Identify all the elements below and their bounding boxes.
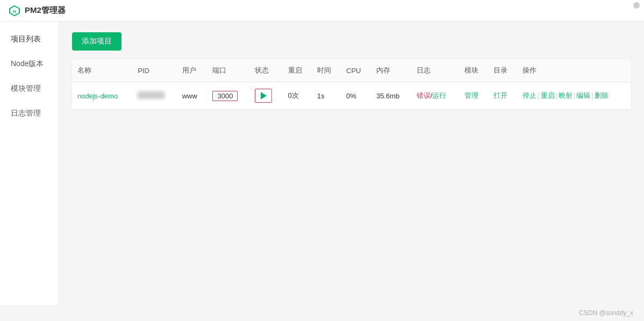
cell-user: www — [177, 82, 207, 110]
app-title: PM2管理器 — [25, 5, 66, 16]
action-edit-link[interactable]: 编辑 — [576, 91, 590, 99]
col-header-actions: 操作 — [517, 59, 631, 82]
cell-status — [249, 82, 282, 110]
action-sep-3: | — [574, 91, 575, 99]
cell-module: 管理 — [459, 82, 488, 110]
cell-cpu: 0% — [341, 82, 371, 110]
module-manage-link[interactable]: 管理 — [464, 91, 478, 99]
directory-open-link[interactable]: 打开 — [493, 91, 507, 99]
footer: CSDN @sunddy_x — [0, 305, 644, 321]
add-project-button[interactable]: 添加项目 — [72, 32, 121, 51]
action-map-link[interactable]: 映射 — [559, 91, 573, 99]
table-row: nodejs-demo www 3000 — [72, 82, 631, 110]
col-header-name: 名称 — [72, 59, 132, 82]
pm2-logo-icon: N — [9, 5, 20, 17]
action-delete-link[interactable]: 删除 — [595, 91, 609, 99]
status-play-button[interactable] — [255, 89, 272, 103]
cell-name: nodejs-demo — [72, 82, 132, 110]
log-error-status: 错误 — [417, 91, 431, 99]
col-header-log: 日志 — [411, 59, 459, 82]
cell-memory: 35.6mb — [371, 82, 411, 110]
sidebar-item-log-mgmt[interactable]: 日志管理 — [0, 101, 59, 126]
sidebar: 项目列表 Node版本 模块管理 日志管理 — [0, 22, 59, 305]
sidebar-item-module-mgmt[interactable]: 模块管理 — [0, 76, 59, 101]
main-content: 添加项目 名称 PID 用户 端口 状态 重启 时间 CPU 内存 日志 — [59, 22, 644, 305]
col-header-cpu: CPU — [341, 59, 371, 82]
col-header-memory: 内存 — [371, 59, 411, 82]
footer-text: CSDN @sunddy_x — [579, 309, 633, 317]
sidebar-item-project-list[interactable]: 项目列表 — [0, 27, 59, 52]
projects-table: 名称 PID 用户 端口 状态 重启 时间 CPU 内存 日志 模块 目录 操作 — [72, 59, 631, 109]
cell-port: 3000 — [207, 82, 249, 110]
col-header-user: 用户 — [177, 59, 207, 82]
cell-log: 错误/运行 — [411, 82, 459, 110]
project-name-link[interactable]: nodejs-demo — [77, 92, 118, 100]
watermark-dot — [633, 2, 640, 9]
log-run-status: 运行 — [432, 91, 446, 99]
col-header-status: 状态 — [249, 59, 282, 82]
play-icon — [261, 92, 267, 99]
cell-directory: 打开 — [488, 82, 517, 110]
port-value: 3000 — [212, 91, 238, 101]
cell-time: 1s — [312, 82, 341, 110]
cell-actions: 停止|重启|映射|编辑|删除 — [517, 82, 631, 110]
pid-value — [138, 91, 164, 99]
col-header-time: 时间 — [312, 59, 341, 82]
action-stop-link[interactable]: 停止 — [523, 91, 536, 99]
svg-text:N: N — [13, 9, 16, 14]
col-header-restarts: 重启 — [283, 59, 312, 82]
action-sep-4: | — [591, 91, 593, 99]
topbar: N PM2管理器 — [0, 0, 644, 22]
col-header-module: 模块 — [459, 59, 488, 82]
projects-table-wrapper: 名称 PID 用户 端口 状态 重启 时间 CPU 内存 日志 模块 目录 操作 — [72, 59, 631, 109]
col-header-pid: PID — [132, 59, 177, 82]
col-header-port: 端口 — [207, 59, 249, 82]
cell-restarts: 0次 — [283, 82, 312, 110]
col-header-directory: 目录 — [488, 59, 517, 82]
sidebar-item-node-version[interactable]: Node版本 — [0, 52, 59, 76]
table-header-row: 名称 PID 用户 端口 状态 重启 时间 CPU 内存 日志 模块 目录 操作 — [72, 59, 631, 82]
action-restart-link[interactable]: 重启 — [541, 91, 555, 99]
action-sep-2: | — [556, 91, 557, 99]
cell-pid — [132, 82, 177, 110]
action-sep-1: | — [538, 91, 539, 99]
